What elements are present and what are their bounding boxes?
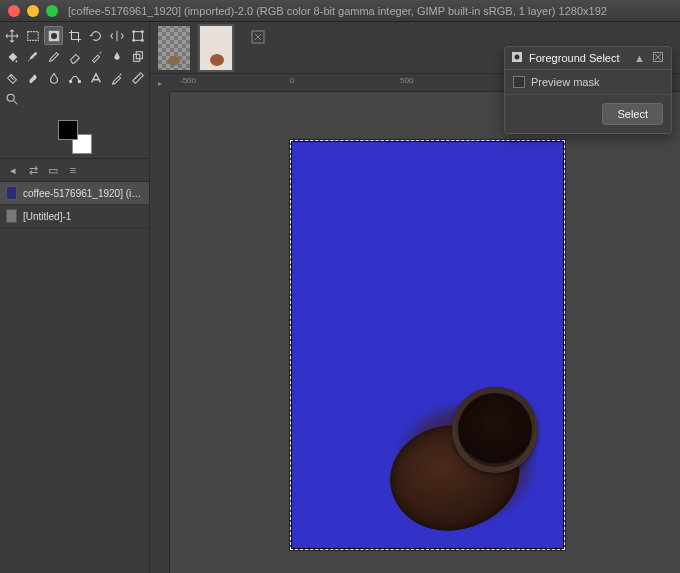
svg-point-10: [69, 80, 71, 82]
transform-tool[interactable]: [128, 26, 147, 45]
canvas-region: ▸ -500 0 500 1000 1500: [150, 22, 680, 573]
ruler-label: 0: [290, 76, 294, 85]
path-tool[interactable]: [65, 68, 84, 87]
color-picker-tool[interactable]: [107, 68, 126, 87]
select-button[interactable]: Select: [602, 103, 663, 125]
foreground-select-tool[interactable]: [44, 26, 63, 45]
airbrush-tool[interactable]: [86, 47, 105, 66]
minimize-window-button[interactable]: [27, 5, 39, 17]
close-window-button[interactable]: [8, 5, 20, 17]
image-thumbnail-icon: [6, 186, 17, 200]
preview-mask-label: Preview mask: [531, 76, 599, 88]
clone-tool[interactable]: [128, 47, 147, 66]
ink-tool[interactable]: [107, 47, 126, 66]
image-thumbnail-icon: [6, 209, 17, 223]
toolbox: [0, 22, 149, 112]
ruler-origin-icon[interactable]: ▸: [150, 74, 170, 92]
eraser-tool[interactable]: [65, 47, 84, 66]
detach-icon[interactable]: ▲: [634, 52, 645, 64]
ruler-label: 500: [400, 76, 413, 85]
close-document-button[interactable]: [240, 26, 276, 70]
foreground-select-icon: [511, 51, 523, 65]
svg-rect-0: [27, 31, 38, 40]
foreground-select-panel: Foreground Select ▲ Preview mask Select: [504, 46, 672, 134]
foreground-color-swatch[interactable]: [58, 120, 78, 140]
svg-point-4: [132, 30, 134, 32]
zoom-window-button[interactable]: [46, 5, 58, 17]
bucket-fill-tool[interactable]: [2, 47, 21, 66]
image-canvas[interactable]: [290, 140, 565, 550]
svg-point-15: [515, 55, 520, 60]
panel-title: Foreground Select: [529, 52, 628, 64]
zoom-tool[interactable]: [2, 89, 21, 108]
lines-icon[interactable]: ≡: [66, 163, 80, 177]
move-tool[interactable]: [2, 26, 21, 45]
panel-close-icon[interactable]: [651, 52, 665, 64]
checkbox-icon: [513, 76, 525, 88]
document-thumb[interactable]: [156, 24, 192, 72]
svg-point-7: [141, 39, 143, 41]
rect-select-tool[interactable]: [23, 26, 42, 45]
window-title: [coffee-5176961_1920] (imported)-2.0 (RG…: [68, 5, 607, 17]
svg-point-5: [141, 30, 143, 32]
image-list-item[interactable]: [Untitled]-1: [0, 205, 149, 228]
preview-mask-checkbox[interactable]: Preview mask: [513, 76, 663, 88]
ruler-label: -500: [180, 76, 196, 85]
vertical-ruler[interactable]: [150, 92, 170, 573]
image-content: [382, 375, 550, 535]
image-list-item-label: [Untitled]-1: [23, 211, 143, 222]
canvas-viewport[interactable]: [170, 92, 680, 573]
flip-tool[interactable]: [107, 26, 126, 45]
svg-point-6: [132, 39, 134, 41]
heal-tool[interactable]: [2, 68, 21, 87]
measure-tool[interactable]: [128, 68, 147, 87]
svg-point-2: [50, 32, 56, 38]
titlebar: [coffee-5176961_1920] (imported)-2.0 (RG…: [0, 0, 680, 22]
color-swatches[interactable]: [0, 112, 149, 158]
left-dock: ◂ ⇄ ▭ ≡ coffee-5176961_1920] (imported) …: [0, 22, 150, 573]
open-images-list: coffee-5176961_1920] (imported) [Untitle…: [0, 182, 149, 573]
image-list-item-label: coffee-5176961_1920] (imported): [23, 188, 143, 199]
svg-point-12: [7, 94, 14, 101]
crop-tool[interactable]: [65, 26, 84, 45]
text-tool[interactable]: [86, 68, 105, 87]
blur-tool[interactable]: [44, 68, 63, 87]
document-thumb[interactable]: [198, 24, 234, 72]
swap-icon[interactable]: ⇄: [26, 163, 40, 177]
rotate-tool[interactable]: [86, 26, 105, 45]
pencil-tool[interactable]: [44, 47, 63, 66]
image-list-item[interactable]: coffee-5176961_1920] (imported): [0, 182, 149, 205]
box-icon[interactable]: ▭: [46, 163, 60, 177]
paintbrush-tool[interactable]: [23, 47, 42, 66]
smudge-tool[interactable]: [23, 68, 42, 87]
svg-point-11: [78, 80, 80, 82]
arrow-left-icon[interactable]: ◂: [6, 163, 20, 177]
tool-options-bar: ◂ ⇄ ▭ ≡: [0, 158, 149, 182]
svg-rect-3: [133, 31, 142, 40]
